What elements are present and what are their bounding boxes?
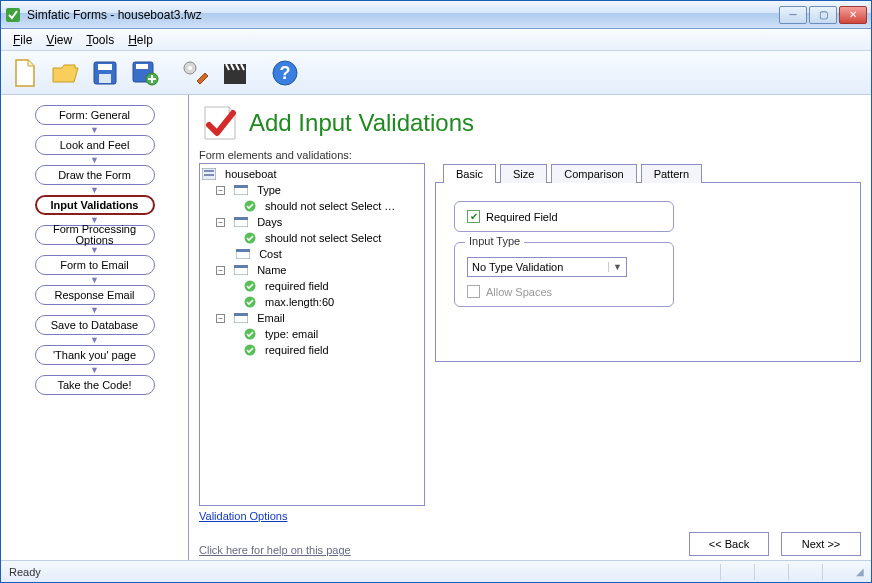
tree-row[interactable]: max.length:60 <box>202 294 422 310</box>
allow-spaces-checkbox <box>467 285 480 298</box>
nav-step-1[interactable]: Look and Feel <box>35 135 155 155</box>
status-cell <box>754 564 782 580</box>
collapse-icon[interactable]: − <box>216 314 225 323</box>
document-icon <box>12 58 38 88</box>
svg-rect-28 <box>234 313 248 316</box>
status-cell <box>788 564 816 580</box>
svg-rect-9 <box>224 70 246 84</box>
field-icon <box>234 265 248 275</box>
menu-view[interactable]: View <box>40 31 78 49</box>
tab-strip: BasicSizeComparisonPattern <box>443 163 861 182</box>
help-button[interactable]: ? <box>267 55 303 91</box>
minimize-button[interactable]: ─ <box>779 6 807 24</box>
collapse-icon[interactable]: − <box>216 218 225 227</box>
nav-step-2[interactable]: Draw the Form <box>35 165 155 185</box>
status-text: Ready <box>9 566 41 578</box>
tree-row[interactable]: − Type <box>202 182 422 198</box>
open-button[interactable] <box>47 55 83 91</box>
tree-row[interactable]: required field <box>202 342 422 358</box>
menu-tools[interactable]: Tools <box>80 31 120 49</box>
collapse-icon[interactable]: − <box>216 186 225 195</box>
svg-rect-2 <box>98 64 112 70</box>
input-type-group: Input Type No Type Validation ▼ Allow Sp… <box>454 242 674 307</box>
clapper-button[interactable] <box>217 55 253 91</box>
tree-row[interactable]: type: email <box>202 326 422 342</box>
tab-comparison[interactable]: Comparison <box>551 164 636 183</box>
required-field-group: Required Field <box>454 201 674 232</box>
validation-options-link[interactable]: Validation Options <box>199 510 425 522</box>
check-icon <box>244 328 256 340</box>
svg-rect-14 <box>204 174 214 176</box>
folder-open-icon <box>50 60 80 86</box>
svg-rect-5 <box>136 64 148 69</box>
nav-step-6[interactable]: Response Email <box>35 285 155 305</box>
page-help-link[interactable]: Click here for help on this page <box>199 544 351 556</box>
next-button[interactable]: Next >> <box>781 532 861 556</box>
tab-size[interactable]: Size <box>500 164 547 183</box>
required-field-checkbox[interactable] <box>467 210 480 223</box>
check-icon <box>244 280 256 292</box>
save-button[interactable] <box>87 55 123 91</box>
tab-pattern[interactable]: Pattern <box>641 164 702 183</box>
nav-arrow-icon: ▼ <box>90 275 99 285</box>
tree-row[interactable]: Cost <box>202 246 422 262</box>
chevron-down-icon: ▼ <box>608 262 622 272</box>
collapse-icon[interactable]: − <box>216 266 225 275</box>
app-icon <box>5 7 21 23</box>
form-icon <box>202 168 216 180</box>
nav-step-5[interactable]: Form to Email <box>35 255 155 275</box>
tree-row[interactable]: − Days <box>202 214 422 230</box>
page-title: Add Input Validations <box>249 109 474 137</box>
close-button[interactable]: ✕ <box>839 6 867 24</box>
menu-file[interactable]: File <box>7 31 38 49</box>
tree-row[interactable]: − Email <box>202 310 422 326</box>
tree-row[interactable]: houseboat <box>202 166 422 182</box>
maximize-button[interactable]: ▢ <box>809 6 837 24</box>
check-icon <box>244 232 256 244</box>
resize-grip-icon[interactable]: ◢ <box>856 566 863 577</box>
field-icon <box>234 313 248 323</box>
nav-step-8[interactable]: 'Thank you' page <box>35 345 155 365</box>
nav-arrow-icon: ▼ <box>90 245 99 255</box>
tree-row[interactable]: should not select Select <box>202 230 422 246</box>
content-area: Form: General▼Look and Feel▼Draw the For… <box>1 95 871 560</box>
tree-label: Form elements and validations: <box>199 149 425 161</box>
main-panel: Add Input Validations Form elements and … <box>189 95 871 560</box>
new-file-button[interactable] <box>7 55 43 91</box>
tab-basic[interactable]: Basic <box>443 164 496 183</box>
input-type-select[interactable]: No Type Validation ▼ <box>467 257 627 277</box>
clapperboard-icon <box>221 60 249 86</box>
nav-arrow-icon: ▼ <box>90 365 99 375</box>
field-icon <box>236 249 250 259</box>
nav-step-4[interactable]: Form Processing Options <box>35 225 155 245</box>
check-icon <box>244 296 256 308</box>
form-elements-tree[interactable]: houseboat− Type should not select Select… <box>199 163 425 506</box>
svg-rect-19 <box>234 217 248 220</box>
tree-row[interactable]: − Name <box>202 262 422 278</box>
svg-rect-22 <box>236 249 250 252</box>
nav-step-0[interactable]: Form: General <box>35 105 155 125</box>
nav-step-9[interactable]: Take the Code! <box>35 375 155 395</box>
menu-bar: File View Tools Help <box>1 29 871 51</box>
window-title: Simfatic Forms - houseboat3.fwz <box>27 8 779 22</box>
settings-button[interactable] <box>177 55 213 91</box>
window-controls: ─ ▢ ✕ <box>779 6 867 24</box>
back-button[interactable]: << Back <box>689 532 769 556</box>
wizard-nav: Form: General▼Look and Feel▼Draw the For… <box>1 95 189 560</box>
allow-spaces-label: Allow Spaces <box>486 286 552 298</box>
help-icon: ? <box>271 59 299 87</box>
tree-row[interactable]: should not select Select … <box>202 198 422 214</box>
input-type-value: No Type Validation <box>472 261 563 273</box>
save-as-button[interactable] <box>127 55 163 91</box>
titlebar: Simfatic Forms - houseboat3.fwz ─ ▢ ✕ <box>1 1 871 29</box>
nav-arrow-icon: ▼ <box>90 305 99 315</box>
tree-row[interactable]: required field <box>202 278 422 294</box>
nav-arrow-icon: ▼ <box>90 125 99 135</box>
svg-rect-3 <box>99 74 111 83</box>
field-icon <box>234 185 248 195</box>
svg-rect-13 <box>204 170 214 172</box>
svg-point-8 <box>188 66 192 70</box>
nav-step-7[interactable]: Save to Database <box>35 315 155 335</box>
menu-help[interactable]: Help <box>122 31 159 49</box>
nav-step-3[interactable]: Input Validations <box>35 195 155 215</box>
